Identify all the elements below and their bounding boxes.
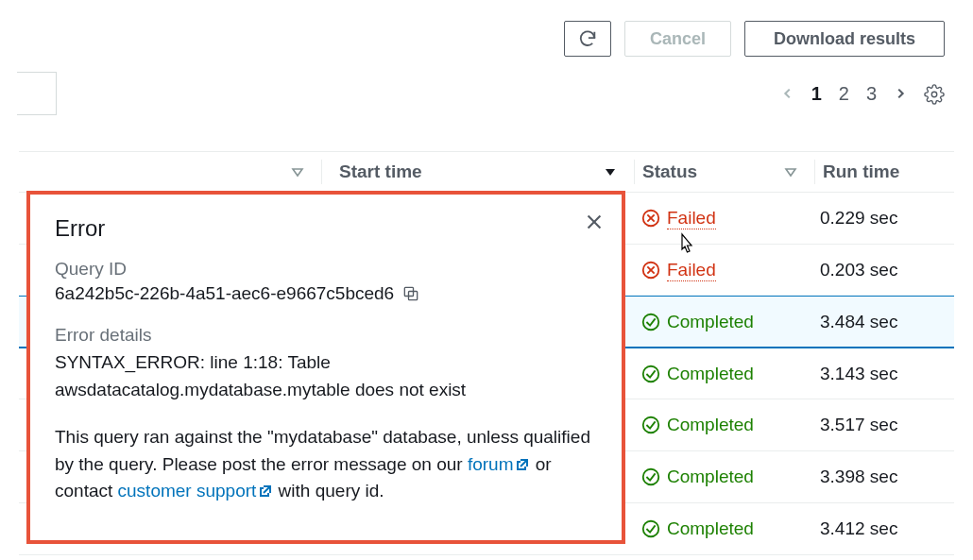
query-id-value: 6a242b5c-226b-4a51-aec6-e9667c5bced6 [55, 283, 394, 304]
status-badge[interactable]: Failed [667, 260, 716, 281]
run-time-cell: 3.517 sec [812, 415, 945, 435]
left-truncated-panel [17, 72, 57, 115]
failed-icon [640, 208, 661, 229]
copy-button[interactable] [401, 284, 420, 303]
run-time-cell: 3.484 sec [812, 312, 945, 332]
svg-marker-3 [786, 169, 795, 176]
svg-marker-1 [293, 169, 302, 176]
svg-point-11 [643, 365, 659, 382]
run-time-cell: 3.412 sec [812, 518, 945, 539]
external-link-icon [515, 457, 530, 472]
error-message: SYNTAX_ERROR: line 1:18: Table awsdataca… [55, 349, 597, 403]
run-time-cell: 0.203 sec [812, 260, 945, 280]
gear-icon [924, 84, 945, 105]
status-badge[interactable]: Completed [667, 364, 754, 384]
svg-marker-2 [606, 169, 615, 176]
status-badge[interactable]: Completed [667, 415, 754, 435]
completed-icon [640, 415, 661, 435]
forum-link[interactable]: forum [468, 454, 531, 475]
prev-page-button [781, 83, 794, 105]
sort-icon[interactable] [784, 165, 797, 178]
customer-support-link[interactable]: customer support [118, 481, 274, 501]
svg-point-14 [643, 521, 659, 537]
status-badge[interactable]: Completed [667, 312, 754, 332]
close-icon [584, 212, 605, 232]
svg-point-12 [643, 417, 659, 433]
sort-icon[interactable] [291, 165, 304, 178]
completed-icon [640, 364, 661, 384]
svg-point-10 [643, 314, 659, 330]
svg-point-0 [931, 92, 937, 97]
svg-line-20 [264, 486, 270, 493]
completed-icon [640, 312, 661, 332]
refresh-button[interactable] [564, 21, 611, 57]
svg-point-13 [643, 469, 659, 485]
cancel-button: Cancel [624, 21, 731, 57]
status-badge[interactable]: Completed [667, 467, 754, 487]
column-run-time[interactable]: Run time [823, 161, 899, 182]
external-link-icon [258, 484, 273, 499]
error-details-label: Error details [55, 325, 597, 346]
close-button[interactable] [584, 212, 605, 232]
error-help-text: This query ran against the "mydatabase" … [55, 424, 597, 505]
page-2[interactable]: 2 [839, 83, 849, 105]
failed-icon [640, 260, 661, 280]
sort-desc-icon[interactable] [604, 165, 617, 178]
page-1[interactable]: 1 [811, 83, 822, 105]
status-badge[interactable]: Failed [667, 208, 716, 229]
completed-icon [640, 467, 661, 487]
query-id-label: Query ID [55, 259, 597, 280]
page-3[interactable]: 3 [866, 83, 877, 105]
column-status[interactable]: Status [642, 161, 697, 182]
run-time-cell: 3.143 sec [812, 364, 945, 384]
popover-title: Error [55, 215, 597, 242]
column-start-time[interactable]: Start time [339, 161, 422, 182]
error-popover: Error Query ID 6a242b5c-226b-4a51-aec6-e… [26, 191, 625, 544]
svg-line-19 [521, 460, 527, 467]
run-time-cell: 0.229 sec [812, 208, 945, 229]
completed-icon [640, 518, 661, 539]
status-badge[interactable]: Completed [667, 518, 754, 539]
refresh-icon [577, 28, 598, 49]
download-results-button[interactable]: Download results [744, 21, 945, 57]
table-header: Start time Status Run time [19, 151, 954, 193]
pagination: 1 2 3 [781, 83, 907, 105]
next-page-button[interactable] [894, 83, 907, 105]
settings-button[interactable] [924, 84, 945, 105]
run-time-cell: 3.398 sec [812, 467, 945, 487]
